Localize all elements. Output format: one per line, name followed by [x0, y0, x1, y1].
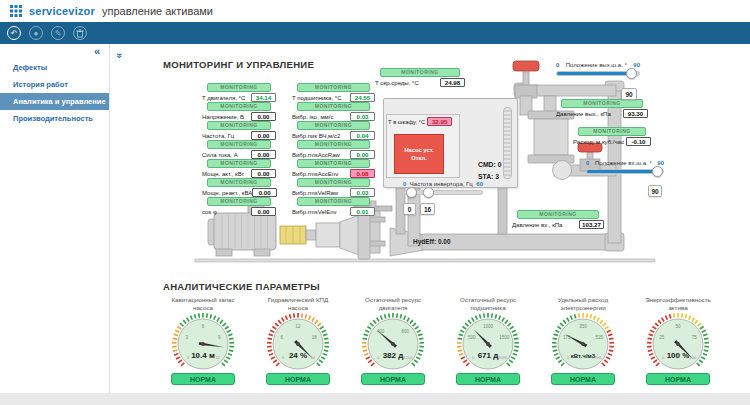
valve-stem	[523, 72, 529, 86]
monitor-label: Напряжение, В	[202, 114, 244, 120]
motor-foot	[216, 249, 232, 256]
sidebar-item[interactable]: Дефекты	[0, 59, 109, 76]
monitoring-header-button[interactable]: MONITORING	[297, 197, 370, 206]
gauge-tick-label: 1500	[499, 335, 510, 340]
monitor-value: 0.00	[251, 150, 276, 159]
monitoring-header-button[interactable]: MONITORING	[207, 83, 271, 92]
outlet-pressure-monitor: MONITORINGДавление вых., кПа93.30	[556, 99, 648, 118]
inlet-pressure-monitor: MONITORINGДавление вх., кПа103.27	[512, 210, 604, 229]
edit-icon[interactable]: ✎	[51, 26, 65, 40]
collapse-sidebar-icon[interactable]: «	[94, 45, 100, 57]
monitoring-header-button[interactable]: MONITORING	[297, 178, 370, 187]
undo-icon[interactable]: ↶	[7, 26, 21, 40]
monitoring-header-button[interactable]: MONITORING	[297, 140, 370, 149]
inverter-frequency-slider: 0 Частота инвертора, Гц 60	[403, 181, 483, 195]
sidebar-item[interactable]: История работ	[0, 76, 109, 93]
monitor-column-vibration: MONITORINGТ подшипника, °С24.55MONITORIN…	[292, 83, 375, 216]
pump-shaft	[306, 230, 316, 240]
app-grid-icon[interactable]	[10, 5, 22, 17]
app-logo: servicevizor	[29, 5, 95, 17]
monitoring-header-button[interactable]: MONITORING	[207, 140, 271, 149]
monitoring-header-button[interactable]: MONITORING	[207, 121, 271, 130]
monitoring-header-button[interactable]: MONITORING	[517, 210, 599, 219]
sidebar-nav: ДефектыИстория работАналитика и управлен…	[0, 59, 109, 127]
inlet-valve-value[interactable]: 90	[648, 185, 662, 197]
slider-handle-high[interactable]	[423, 187, 434, 198]
gauge-title-line1: Остаточный ресурс	[443, 296, 533, 304]
monitor-panel: MONITORINGСила тока, А0.00	[202, 140, 276, 159]
analytics-section-title: АНАЛИТИЧЕСКИЕ ПАРАМЕТРЫ	[163, 281, 320, 292]
flow-sensor	[553, 161, 572, 180]
monitoring-header-button[interactable]: MONITORING	[297, 159, 370, 168]
expand-panel-icon[interactable]: »	[114, 53, 125, 59]
gauge: Энергоэффективностьактива2550750100100 %…	[633, 296, 723, 385]
monitor-value: 103.27	[579, 220, 604, 229]
slider-handle[interactable]	[652, 166, 663, 177]
monitoring-header-button[interactable]: MONITORING	[578, 127, 646, 136]
monitoring-header-button[interactable]: MONITORING	[207, 102, 271, 111]
monitor-value: 0.00	[251, 207, 276, 216]
gauge-minmax-label: 1200	[403, 355, 413, 360]
inverter-min-value[interactable]: 0	[403, 203, 416, 215]
sidebar-item[interactable]: Производительность	[0, 110, 109, 127]
gauge-value: 100 %	[667, 351, 690, 360]
pipe	[544, 96, 556, 113]
monitoring-header-button[interactable]: MONITORING	[207, 178, 271, 187]
monitor-label: Мощн. реакт., кВА	[202, 190, 252, 196]
gauge-title-line2: двигателя	[348, 304, 438, 312]
monitoring-header-button[interactable]: MONITORING	[297, 102, 370, 111]
monitoring-header-button[interactable]: MONITORING	[380, 68, 460, 77]
delete-icon[interactable]	[73, 26, 87, 40]
gauge: Остаточный ресурсдвигателя40080001200382…	[348, 296, 438, 385]
monitor-label: Т двигателя, °С	[202, 95, 245, 101]
floor-line	[195, 259, 655, 262]
slider-track[interactable]	[403, 190, 483, 195]
monitor-panel: MONITORINGВибр.rmsAccRaw0.00	[292, 140, 375, 159]
outlet-valve-value[interactable]: 90	[621, 88, 637, 100]
gauge-title-line1: Гидравлический КПД	[253, 296, 343, 304]
gauge-tick-label: 525	[595, 335, 603, 340]
monitoring-header-button[interactable]: MONITORING	[297, 83, 370, 92]
gauge-minmax-label: 100	[689, 355, 696, 360]
slider-handle-low[interactable]	[406, 187, 417, 198]
titlebar: servicevizor управление активами	[0, 0, 750, 22]
monitor-value: 0.00	[251, 112, 276, 121]
gauge-title-line1: Кавитационный запас	[158, 296, 248, 304]
gauge-title-line2: актива	[633, 304, 723, 312]
pump-status-line1: Насос уст.	[404, 146, 433, 154]
gauge-title-line2: насоса	[253, 304, 343, 312]
inverter-set-value[interactable]: 16	[420, 203, 435, 215]
monitor-panel: MONITORINGРасход, м.куб./час-0.10	[573, 127, 651, 146]
monitor-value: 0.03	[350, 188, 375, 197]
monitor-label: Вибр.rmsAccEnv	[292, 171, 338, 177]
gauge-value: 382 д	[383, 351, 404, 360]
monitor-panel: MONITORINGВибр.rmsVelEnv0.01	[292, 197, 375, 216]
monitor-panel: MONITORINGВибр. iso, мм/с0.03	[292, 102, 375, 121]
record-icon[interactable]: ●	[29, 26, 43, 40]
slider-track[interactable]	[556, 71, 640, 76]
monitor-panel: MONITORINGДавление вх., кПа103.27	[512, 210, 604, 229]
monitor-value: 24.98	[440, 78, 465, 87]
pump-status-line2: Откл.	[411, 154, 427, 162]
slider-label: Частота инвертора, Гц	[408, 181, 475, 187]
monitor-panel: MONITORINGТ двигателя, °С34.14	[202, 83, 276, 102]
monitor-label: Частота, Гц	[202, 133, 234, 139]
slider-handle[interactable]	[626, 68, 637, 79]
slider-track[interactable]	[586, 169, 664, 174]
cabinet-leg	[498, 187, 507, 234]
gauge-tick-label: 500	[468, 335, 476, 340]
monitoring-header-button[interactable]: MONITORING	[561, 99, 643, 108]
sidebar: « ДефектыИстория работАналитика и управл…	[0, 44, 110, 393]
gauge-dial: 1753505250700кВт.ч/м3	[538, 311, 628, 372]
monitor-value: 0.01	[350, 207, 375, 216]
monitor-value: 0.04	[350, 131, 375, 140]
monitoring-header-button[interactable]: MONITORING	[297, 121, 370, 130]
monitor-panel: MONITORINGЧастота, Гц0.00	[202, 121, 276, 140]
sidebar-item[interactable]: Аналитика и управление	[0, 93, 109, 110]
monitor-panel: MONITORINGДавление вых., кПа93.30	[556, 99, 648, 118]
monitor-label: Вибр.rmsAccRaw	[292, 152, 340, 158]
monitoring-header-button[interactable]: MONITORING	[207, 197, 271, 206]
monitoring-header-button[interactable]: MONITORING	[207, 159, 271, 168]
gauge-title-line2: подшипника	[443, 304, 533, 312]
inlet-valve-slider: 0 Положение вх.ш.а. ° 90	[586, 160, 664, 174]
